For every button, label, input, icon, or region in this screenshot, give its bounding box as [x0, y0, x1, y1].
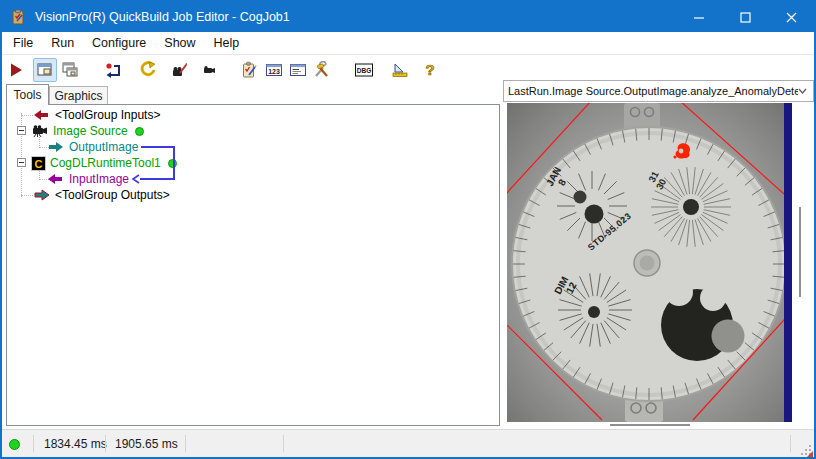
menu-configure[interactable]: Configure: [83, 33, 155, 53]
statusbar-separator: [185, 435, 186, 452]
dl-tool-icon: C: [31, 156, 46, 171]
tree-label: <ToolGroup Inputs>: [55, 108, 160, 122]
tree-label: Image Source: [53, 124, 128, 138]
svg-text:123: 123: [268, 68, 280, 75]
options-icon[interactable]: [311, 59, 333, 81]
tree-row-toolgroup-inputs[interactable]: <ToolGroup Inputs>: [33, 107, 160, 123]
input-arrow-icon: [47, 173, 64, 185]
image-side-bar: [784, 103, 792, 422]
tree-row-toolgroup-outputs[interactable]: <ToolGroup Outputs>: [33, 187, 170, 203]
tree-label: InputImage: [69, 172, 129, 186]
connection-line: [173, 146, 175, 180]
close-button[interactable]: [768, 2, 814, 32]
tree-guide: [21, 195, 33, 196]
tab-tools[interactable]: Tools: [6, 84, 49, 105]
resize-grip[interactable]: [799, 443, 813, 457]
job-edit-icon[interactable]: [239, 59, 261, 81]
maximize-button[interactable]: [722, 2, 768, 32]
horizontal-scrollbar-thumb[interactable]: [610, 424, 690, 426]
help-icon[interactable]: ?: [419, 59, 441, 81]
app-window: VisionPro(R) QuickBuild Job Editor - Cog…: [0, 0, 816, 459]
refresh-icon[interactable]: [137, 59, 159, 81]
record-selector-combobox[interactable]: LastRun.Image Source.OutputImage.analyze…: [503, 80, 814, 102]
record-selector-value: LastRun.Image Source.OutputImage.analyze…: [508, 85, 798, 97]
bracelet-top: [624, 103, 660, 130]
tree-label: CogDLRuntimeTool1: [50, 156, 161, 170]
reset-icon[interactable]: [103, 59, 125, 81]
maximize-icon: [740, 12, 751, 23]
camera-tool-icon: [31, 124, 49, 138]
output-arrow-icon: [47, 141, 64, 153]
statusbar-separator: [790, 435, 791, 452]
statusbar-separator: [105, 435, 106, 452]
app-icon: [11, 9, 27, 25]
minimize-button[interactable]: [676, 2, 722, 32]
menu-bar: File Run Configure Show Help: [2, 32, 814, 55]
status-bar: 1834.45 ms 1905.65 ms: [2, 429, 814, 458]
tree-row-outputimage[interactable]: OutputImage: [47, 139, 138, 155]
total-time-value: 1905.65 ms: [115, 437, 178, 451]
status-led: [9, 439, 20, 450]
tree-row-cogdlruntimetool1[interactable]: C CogDLRuntimeTool1: [31, 155, 177, 171]
tree-guide: [21, 115, 33, 116]
edit-acquisition-icon[interactable]: [169, 59, 191, 81]
tree-label: OutputImage: [69, 140, 138, 154]
output-arrow-icon: [33, 189, 50, 201]
tree-row-inputimage[interactable]: InputImage: [47, 171, 129, 187]
menu-help[interactable]: Help: [205, 33, 249, 53]
window-title: VisionPro(R) QuickBuild Job Editor - Cog…: [35, 10, 290, 24]
tree-label: <ToolGroup Outputs>: [55, 188, 170, 202]
tab-graphics[interactable]: Graphics: [49, 86, 108, 105]
posted-items-icon[interactable]: 123: [263, 59, 285, 81]
connection-line: [140, 178, 175, 180]
cascade-windows-icon[interactable]: [59, 59, 81, 81]
debug-icon[interactable]: DBG: [353, 59, 375, 81]
menu-file[interactable]: File: [4, 33, 42, 53]
statusbar-separator: [33, 435, 34, 452]
tree-row-image-source[interactable]: Image Source: [31, 123, 144, 139]
camera-icon[interactable]: [197, 59, 219, 81]
chevron-down-icon: [798, 88, 807, 94]
watch-dial-image: JAN 8 31 30 STD-95.023 DIM 12: [507, 103, 792, 422]
input-arrow-icon: [33, 109, 50, 121]
connection-line: [141, 146, 175, 148]
menu-show[interactable]: Show: [155, 33, 204, 53]
tool-tree-panel: <ToolGroup Inputs> Image Source OutputIm…: [6, 104, 500, 426]
image-display[interactable]: JAN 8 31 30 STD-95.023 DIM 12: [507, 103, 792, 422]
menu-run[interactable]: Run: [42, 33, 83, 53]
show-job-icon[interactable]: [33, 58, 57, 82]
tool-status-dot: [135, 127, 144, 136]
properties-icon[interactable]: [287, 59, 309, 81]
collapse-toggle[interactable]: [17, 126, 26, 135]
run-time-value: 1834.45 ms: [44, 437, 107, 451]
statusbar-separator: [283, 435, 284, 452]
svg-text:?: ?: [425, 61, 434, 78]
collapse-toggle[interactable]: [17, 158, 26, 167]
run-icon[interactable]: [5, 59, 27, 81]
title-bar[interactable]: VisionPro(R) QuickBuild Job Editor - Cog…: [2, 2, 814, 32]
close-icon: [786, 12, 797, 23]
svg-text:DBG: DBG: [357, 67, 371, 74]
connection-arrowhead: [131, 174, 141, 184]
minimize-icon: [694, 12, 705, 23]
svg-text:C: C: [35, 157, 43, 169]
measure-icon[interactable]: [389, 59, 411, 81]
vertical-scrollbar-thumb[interactable]: [799, 207, 801, 297]
